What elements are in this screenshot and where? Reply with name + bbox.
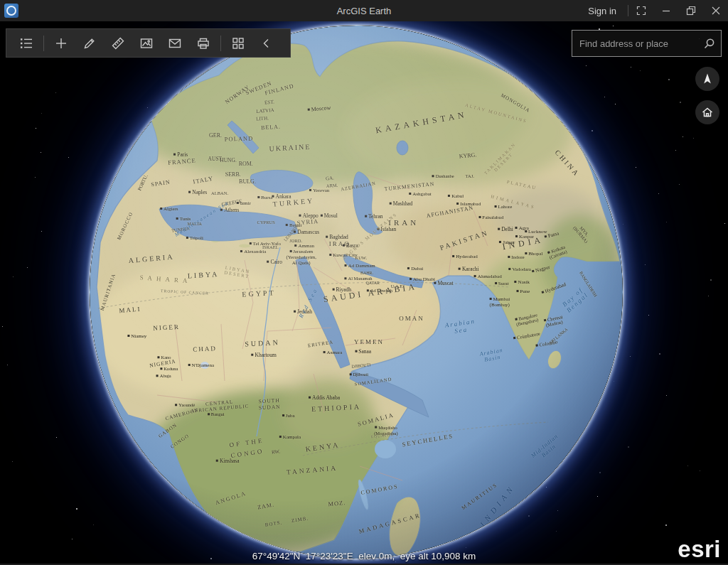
toolbar-divider: [220, 36, 221, 51]
map-label: Colombo: [535, 339, 558, 348]
star: [556, 531, 557, 532]
image-capture-button[interactable]: [136, 33, 157, 54]
map-label: INDIA: [502, 235, 545, 252]
map-label: ZAGROS MOUNTAINS: [341, 212, 398, 261]
map-label: MAURITANIA: [99, 273, 117, 311]
map-label: Addis Ababa: [309, 395, 340, 402]
map-label: ZAM.: [257, 501, 275, 510]
print-button[interactable]: [193, 33, 214, 54]
table-of-contents-icon: [19, 36, 33, 50]
map-label: Ankara: [272, 193, 291, 200]
star: [528, 515, 530, 517]
star: [648, 315, 649, 316]
star: [93, 524, 94, 525]
map-label: Basra: [343, 242, 358, 249]
compass-north-arrow-icon: [700, 72, 714, 86]
table-of-contents-button[interactable]: [16, 33, 37, 54]
map-label: ETHIOPIA: [311, 402, 362, 413]
minimize-button[interactable]: [653, 0, 678, 21]
map-label: SAHARA: [139, 274, 192, 284]
home-view-button[interactable]: [695, 100, 719, 124]
star: [631, 67, 631, 68]
map-label: FINLAND: [264, 82, 294, 97]
restore-button[interactable]: [678, 0, 703, 21]
map-label: Bangui: [208, 411, 225, 416]
search-button[interactable]: [703, 38, 715, 50]
map-label: Abu Dhabi: [410, 276, 435, 282]
app-logo-icon: [4, 4, 18, 18]
map-label: Mumbai (Bombay): [489, 296, 510, 307]
map-label: EGYPT: [242, 289, 276, 298]
map-label: Kabul: [448, 193, 464, 199]
fullscreen-icon: [636, 6, 646, 16]
map-label: QATAR: [365, 281, 380, 286]
close-button[interactable]: [703, 0, 728, 21]
map-label: ZIMB.: [291, 515, 309, 523]
measure-button[interactable]: [107, 33, 129, 54]
draw-button[interactable]: [79, 33, 100, 54]
map-label: LEBANON: [283, 224, 300, 242]
star: [597, 496, 598, 497]
map-label: OF THE: [229, 437, 264, 449]
envelope-icon: [168, 36, 182, 50]
star: [615, 104, 616, 104]
map-label: SEYCHELLES: [402, 433, 454, 448]
star: [56, 437, 57, 438]
star: [592, 130, 593, 131]
apps-grid-icon: [231, 36, 245, 50]
map-label: GER.: [209, 133, 222, 139]
apps-grid-button[interactable]: [228, 33, 249, 54]
fullscreen-button[interactable]: [628, 0, 653, 21]
pencil-icon: [82, 36, 97, 50]
star: [2, 326, 3, 327]
globe-3d-view[interactable]: NORWAYSWEDENFINLANDEST.LATVIALITH.BELA.P…: [89, 25, 623, 559]
map-label: Dubai: [407, 266, 423, 271]
map-label: GA.: [326, 176, 335, 182]
map-label: Hyderabad: [452, 254, 478, 259]
map-label: Sanaa: [355, 349, 371, 355]
email-share-button[interactable]: [164, 33, 186, 54]
map-label: BANGLADESH: [579, 271, 598, 298]
star: [623, 224, 623, 225]
map-label: NIGER: [153, 323, 180, 332]
star: [41, 152, 41, 153]
star: [614, 381, 614, 382]
star: [242, 537, 243, 537]
map-label: ANGOLA: [215, 490, 247, 506]
map-label: AZERBAIJAN: [341, 181, 377, 192]
map-label: HUNG.: [220, 157, 237, 163]
map-label: LATVIA: [256, 107, 274, 114]
map-label: KAZAKHSTAN: [375, 110, 469, 136]
map-label: ISRAEL: [262, 244, 279, 249]
map-label: Izmir: [237, 200, 251, 206]
star: [680, 102, 681, 103]
toolbar-divider: [43, 36, 44, 51]
map-label: Lucknow: [525, 229, 547, 235]
compass-button[interactable]: [695, 67, 719, 91]
map-label: Damascus: [294, 230, 319, 236]
search-input[interactable]: [572, 38, 703, 49]
star: [665, 524, 667, 526]
map-label: Nagpur: [532, 264, 551, 274]
map-label: Aleppo: [299, 212, 318, 219]
map-label: BULG.: [239, 178, 256, 185]
map-label: BELA.: [261, 124, 281, 131]
star: [708, 296, 709, 296]
map-label: Beirut: [286, 222, 302, 228]
map-label: Bursa: [257, 195, 272, 200]
map-label: EQUATOR: [370, 432, 394, 438]
star: [35, 177, 36, 178]
add-data-button[interactable]: [50, 33, 72, 54]
map-label: Asmara: [323, 350, 343, 355]
map-label: Surat: [495, 281, 509, 286]
map-label: Arabian Sea: [444, 317, 477, 336]
map-label: ARM.: [326, 183, 338, 189]
star: [466, 547, 466, 548]
map-label: Amman: [294, 243, 314, 249]
map-label: Jaipur: [499, 240, 515, 245]
map-label: Khartoum: [252, 353, 277, 359]
collapse-toolbar-button[interactable]: [256, 33, 277, 54]
sign-in-button[interactable]: Sign in: [577, 6, 628, 16]
search-box: [572, 30, 722, 57]
add-icon: [54, 36, 68, 50]
